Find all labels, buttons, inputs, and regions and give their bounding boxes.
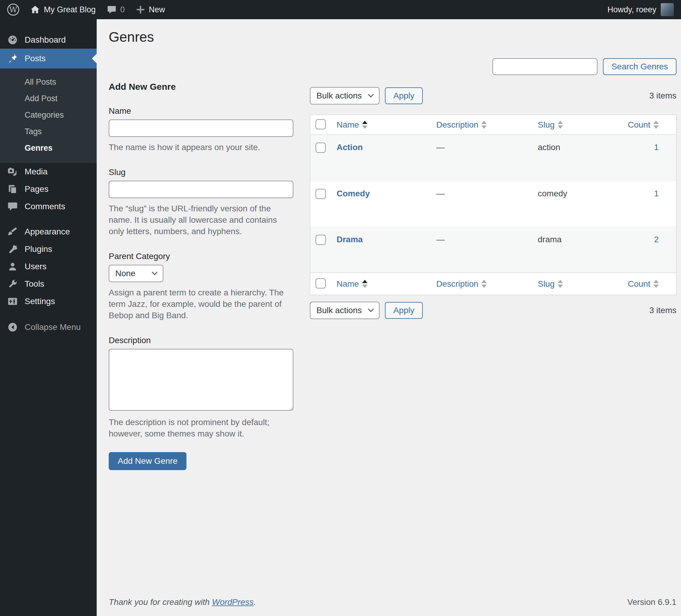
sidebar-label-pages: Pages bbox=[25, 184, 48, 194]
sidebar-item-tools[interactable]: Tools bbox=[0, 275, 97, 293]
wrench-icon bbox=[7, 279, 19, 289]
row-checkbox[interactable] bbox=[316, 189, 326, 199]
genre-name-link[interactable]: Drama bbox=[336, 235, 363, 244]
pushpin-icon bbox=[7, 53, 19, 64]
row-checkbox[interactable] bbox=[316, 143, 326, 153]
sort-arrows-icon bbox=[653, 280, 659, 288]
genre-name-link[interactable]: Comedy bbox=[336, 189, 370, 198]
parent-category-select[interactable]: None bbox=[109, 265, 163, 282]
sort-arrows-icon bbox=[558, 280, 563, 288]
genre-slug: action bbox=[538, 143, 628, 152]
bulk-actions-select-top[interactable]: Bulk actions bbox=[310, 87, 380, 104]
description-label: Description bbox=[109, 336, 293, 345]
new-content-button[interactable]: New bbox=[136, 5, 165, 15]
sidebar-item-posts[interactable]: Posts bbox=[0, 49, 97, 69]
sort-by-description[interactable]: Description bbox=[436, 120, 487, 130]
sidebar-item-appearance[interactable]: Appearance bbox=[0, 223, 97, 240]
sidebar-item-pages[interactable]: Pages bbox=[0, 180, 97, 198]
table-row: Drama — drama 2 bbox=[310, 227, 676, 273]
user-icon bbox=[7, 261, 19, 272]
page-title: Genres bbox=[109, 29, 677, 45]
avatar[interactable] bbox=[661, 3, 674, 16]
plugins-icon bbox=[7, 244, 19, 255]
new-label: New bbox=[149, 5, 165, 15]
sort-arrows-icon bbox=[362, 280, 368, 288]
apply-button-bottom[interactable]: Apply bbox=[385, 302, 423, 319]
sidebar-item-settings[interactable]: Settings bbox=[0, 293, 97, 310]
sidebar-label-users: Users bbox=[25, 262, 47, 272]
apply-button-top[interactable]: Apply bbox=[385, 87, 423, 104]
sort-by-name[interactable]: Name bbox=[336, 279, 368, 289]
sort-by-count[interactable]: Count bbox=[628, 279, 659, 289]
sidebar-item-categories[interactable]: Categories bbox=[0, 107, 97, 123]
sort-arrows-icon bbox=[481, 280, 487, 288]
search-row: Search Genres bbox=[493, 58, 676, 75]
wordpress-link[interactable]: WordPress bbox=[212, 597, 253, 607]
comments-icon bbox=[7, 201, 19, 212]
collapse-menu-button[interactable]: Collapse Menu bbox=[0, 318, 97, 336]
sidebar-item-add-post[interactable]: Add Post bbox=[0, 91, 97, 107]
dashboard-gauge-icon bbox=[7, 34, 19, 45]
genre-name-link[interactable]: Action bbox=[336, 143, 363, 152]
chevron-down-icon bbox=[368, 92, 374, 98]
appearance-brush-icon bbox=[7, 226, 19, 237]
sidebar-item-dashboard[interactable]: Dashboard bbox=[0, 31, 97, 49]
sidebar-item-users[interactable]: Users bbox=[0, 258, 97, 275]
table-footer-row: Name Description Slug Count bbox=[310, 273, 676, 295]
howdy-account-link[interactable]: Howdy, roeey bbox=[607, 5, 656, 15]
description-help: The description is not prominent by defa… bbox=[109, 417, 293, 439]
bulk-actions-select-bottom[interactable]: Bulk actions bbox=[310, 302, 380, 319]
genre-count-link[interactable]: 1 bbox=[654, 189, 659, 198]
chevron-down-icon bbox=[368, 306, 374, 312]
home-icon bbox=[30, 4, 40, 15]
version-label: Version 6.9.1 bbox=[627, 597, 676, 607]
wordpress-logo[interactable]: W bbox=[7, 4, 19, 16]
comments-shortcut[interactable]: 0 bbox=[107, 4, 125, 15]
sort-arrows-icon bbox=[481, 121, 487, 129]
sort-by-slug[interactable]: Slug bbox=[538, 279, 563, 289]
select-all-checkbox-top[interactable] bbox=[316, 119, 326, 129]
row-checkbox[interactable] bbox=[316, 235, 326, 245]
sidebar-item-all-posts[interactable]: All Posts bbox=[0, 74, 97, 91]
parent-category-value: None bbox=[115, 269, 135, 278]
table-header-row: Name Description Slug Count bbox=[310, 115, 676, 135]
add-new-genre-button[interactable]: Add New Genre bbox=[109, 452, 186, 470]
site-name-link[interactable]: My Great Blog bbox=[30, 4, 96, 15]
admin-sidebar: Dashboard Posts All Posts Add Post Categ… bbox=[0, 19, 97, 616]
slug-help: The “slug” is the URL-friendly version o… bbox=[109, 203, 293, 237]
form-heading: Add New Genre bbox=[109, 82, 293, 92]
sort-by-slug[interactable]: Slug bbox=[538, 120, 563, 130]
sort-by-name[interactable]: Name bbox=[336, 120, 368, 130]
select-all-checkbox-bottom[interactable] bbox=[316, 278, 326, 288]
sidebar-item-tags[interactable]: Tags bbox=[0, 123, 97, 140]
search-input[interactable] bbox=[493, 58, 598, 75]
name-input[interactable] bbox=[109, 120, 293, 137]
sidebar-label-media: Media bbox=[25, 167, 47, 177]
bulk-actions-value: Bulk actions bbox=[317, 91, 362, 101]
sidebar-item-comments[interactable]: Comments bbox=[0, 198, 97, 215]
site-name-label: My Great Blog bbox=[44, 5, 96, 15]
sidebar-item-plugins[interactable]: Plugins bbox=[0, 240, 97, 258]
sidebar-label-settings: Settings bbox=[25, 297, 55, 306]
slug-input[interactable] bbox=[109, 181, 293, 198]
sidebar-item-genres[interactable]: Genres bbox=[0, 140, 97, 156]
name-help: The name is how it appears on your site. bbox=[109, 142, 293, 153]
genres-table: Name Description Slug Count Action — act… bbox=[310, 115, 677, 295]
sort-by-description[interactable]: Description bbox=[436, 279, 487, 289]
genre-description: — bbox=[436, 235, 538, 245]
genre-count-link[interactable]: 1 bbox=[654, 143, 659, 152]
genre-description: — bbox=[436, 143, 538, 152]
sidebar-label-posts: Posts bbox=[25, 54, 46, 63]
sidebar-label-dashboard: Dashboard bbox=[25, 35, 66, 45]
sidebar-item-media[interactable]: Media bbox=[0, 163, 97, 180]
settings-icon bbox=[7, 296, 19, 307]
genre-description: — bbox=[436, 189, 538, 199]
description-textarea[interactable] bbox=[109, 349, 293, 411]
sidebar-label-appearance: Appearance bbox=[25, 227, 70, 236]
search-genres-button[interactable]: Search Genres bbox=[603, 58, 676, 75]
genre-count-link[interactable]: 2 bbox=[654, 235, 659, 244]
items-count-top: 3 items bbox=[649, 91, 676, 101]
genre-slug: drama bbox=[538, 235, 628, 245]
genres-list: Bulk actions Apply 3 items Name Descript… bbox=[310, 76, 677, 470]
sort-by-count[interactable]: Count bbox=[628, 120, 659, 130]
